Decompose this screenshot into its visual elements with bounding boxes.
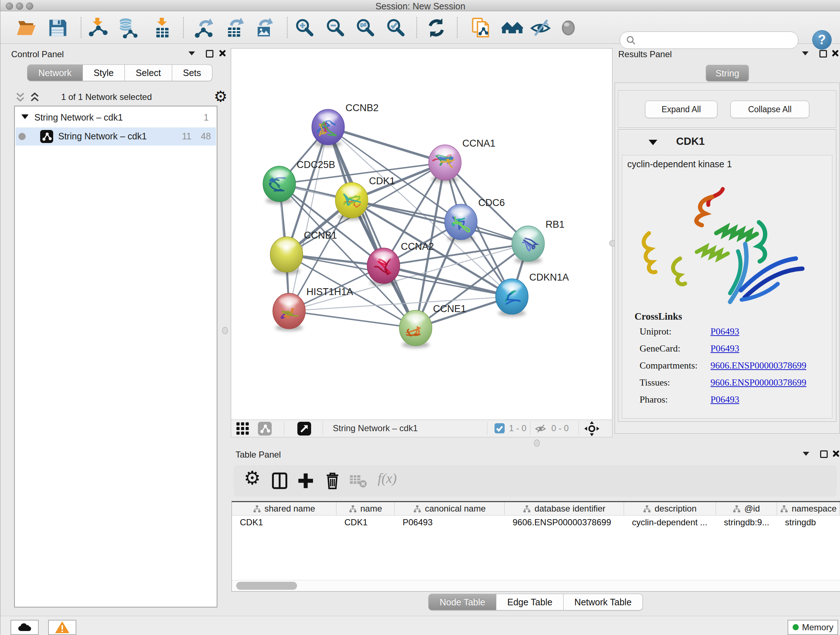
collapse-all-tree-icon[interactable]	[29, 91, 40, 103]
selected-checkbox-icon[interactable]	[494, 423, 505, 433]
tab-network[interactable]: Network	[27, 65, 83, 81]
tab-edge-table[interactable]: Edge Table	[496, 594, 564, 610]
scrollbar-thumb[interactable]	[236, 582, 297, 590]
expand-all-tree-icon[interactable]	[15, 91, 26, 103]
table-cell[interactable]: 9606.ENSP00000378699	[505, 516, 624, 529]
network-node-RB1[interactable]: RB1	[512, 219, 565, 264]
panel-float-icon[interactable]	[206, 50, 213, 57]
network-node-HIST1H1A[interactable]: HIST1H1A	[273, 287, 353, 331]
tab-string[interactable]: String	[706, 65, 749, 81]
hidden-node-edge-counts: 0 - 0	[551, 423, 569, 433]
panel-menu-icon[interactable]	[188, 51, 195, 55]
crosslink-link[interactable]: P06493	[711, 394, 739, 405]
help-button[interactable]: ?	[812, 30, 832, 50]
column-header-namespace[interactable]: namespace	[777, 502, 840, 515]
cloud-button[interactable]	[11, 620, 39, 635]
column-header-shared-name[interactable]: shared name	[232, 502, 336, 515]
collection-count: 1	[204, 112, 209, 123]
table-cell[interactable]: CDK1	[336, 516, 395, 529]
network-node-CCNB1[interactable]: CCNB1	[270, 230, 337, 274]
database-network-icon	[116, 17, 138, 39]
birdseye-view-icon[interactable]	[297, 422, 311, 435]
tab-select[interactable]: Select	[125, 65, 172, 81]
crosslink-link[interactable]: 9606.ENSP00000378699	[711, 377, 806, 388]
zoom-out-button[interactable]	[324, 17, 346, 39]
crosslink-link[interactable]: 9606.ENSP00000378699	[711, 360, 806, 371]
panel-float-icon[interactable]	[820, 450, 828, 458]
column-header-name[interactable]: name	[336, 502, 395, 515]
edge-CCNB2-CCNE1[interactable]	[328, 127, 416, 328]
network-collection-row[interactable]: String Network – cdk1 1	[15, 109, 217, 127]
node-label-RB1: RB1	[546, 219, 565, 230]
grid-view-icon[interactable]	[236, 422, 249, 435]
save-session-button[interactable]	[47, 17, 68, 39]
table-row[interactable]: CDK1CDK1P064939606.ENSP00000378699cyclin…	[232, 516, 840, 529]
network-view-icon[interactable]	[258, 422, 272, 435]
column-header-database-identifier[interactable]: database identifier	[505, 502, 624, 515]
results-panel-title: Results Panel	[618, 49, 672, 59]
network-canvas[interactable]: CCNB2CCNA1CDC25BCDK1CDC6RB1CCNB1CCNA2CDK…	[231, 48, 613, 420]
import-table-button[interactable]	[152, 17, 173, 39]
search-input[interactable]	[639, 33, 792, 47]
zoom-in-button[interactable]	[294, 17, 315, 39]
table-cell[interactable]: P06493	[395, 516, 505, 529]
panel-close-icon[interactable]	[832, 50, 838, 57]
table-horizontal-scrollbar[interactable]	[232, 580, 840, 591]
edge-HIST1H1A-CCNE1[interactable]	[289, 311, 416, 328]
crosshair-move-icon[interactable]	[584, 421, 600, 437]
expand-all-button[interactable]: Expand All	[645, 101, 717, 118]
tree-expand-icon[interactable]	[21, 114, 28, 119]
edge-CCNB2-HIST1H1A[interactable]	[289, 127, 328, 311]
table-cell[interactable]: stringdb:9...	[716, 516, 777, 529]
tab-style[interactable]: Style	[83, 65, 125, 81]
network-node-CCNA1[interactable]: CCNA1	[429, 138, 496, 182]
panel-close-icon[interactable]	[833, 450, 839, 457]
zoom-fit-button[interactable]	[354, 17, 376, 39]
open-session-button[interactable]	[16, 17, 37, 39]
left-splitter-handle[interactable]	[222, 327, 228, 334]
show-columns-button[interactable]	[270, 471, 289, 491]
memory-button[interactable]: Memory	[788, 620, 838, 635]
section-collapse-icon[interactable]	[649, 140, 657, 145]
warnings-button[interactable]	[48, 620, 76, 635]
show-all-button[interactable]	[557, 17, 579, 39]
add-column-button[interactable]	[296, 471, 316, 491]
column-header--id[interactable]: @id	[716, 502, 777, 515]
network-from-clipboard-button[interactable]	[471, 17, 493, 39]
refresh-view-button[interactable]	[425, 17, 447, 39]
collapse-all-button[interactable]: Collapse All	[730, 101, 809, 118]
table-cell[interactable]: stringdb	[777, 516, 840, 529]
panel-menu-icon[interactable]	[803, 452, 809, 456]
export-image-button[interactable]	[254, 17, 275, 39]
tab-sets[interactable]: Sets	[172, 65, 212, 81]
network-node-CCNE1[interactable]: CCNE1	[399, 303, 466, 348]
panel-float-icon[interactable]	[819, 50, 827, 57]
gear-icon[interactable]: ⚙	[214, 88, 227, 105]
hide-selected-button[interactable]	[530, 17, 551, 39]
crosslink-link[interactable]: P06493	[711, 326, 739, 337]
table-cell[interactable]: CDK1	[232, 516, 336, 529]
horizontal-splitter-handle[interactable]	[534, 440, 540, 447]
crosslink-link[interactable]: P06493	[711, 343, 739, 354]
import-network-button[interactable]	[87, 17, 109, 39]
first-neighbors-button[interactable]	[501, 17, 523, 39]
gear-icon[interactable]: ⚙	[244, 467, 261, 489]
panel-close-icon[interactable]	[219, 50, 226, 57]
tab-node-table[interactable]: Node Table	[428, 594, 496, 610]
export-table-button[interactable]	[224, 17, 246, 39]
network-selected-status: 1 of 1 Network selected	[61, 92, 152, 102]
network-row-selected[interactable]: String Network – cdk1 11 48	[16, 127, 216, 146]
table-cell[interactable]: cyclin-dependent ...	[624, 516, 716, 529]
network-graph[interactable]: CCNB2CCNA1CDC25BCDK1CDC6RB1CCNB1CCNA2CDK…	[231, 49, 612, 420]
network-node-CDKN1A[interactable]: CDKN1A	[496, 272, 569, 317]
delete-column-button[interactable]	[323, 471, 342, 491]
column-header-description[interactable]: description	[624, 502, 716, 515]
zoom-selected-button[interactable]	[385, 17, 406, 39]
column-header-canonical-name[interactable]: canonical name	[395, 502, 505, 515]
panel-menu-icon[interactable]	[802, 51, 808, 55]
crosslink-label: Uniprot:	[639, 326, 671, 337]
export-network-button[interactable]	[193, 17, 215, 39]
edge-CCNB2-CCNA1[interactable]	[328, 127, 445, 163]
import-network-from-database-button[interactable]	[116, 17, 138, 39]
tab-network-table[interactable]: Network Table	[564, 594, 643, 610]
